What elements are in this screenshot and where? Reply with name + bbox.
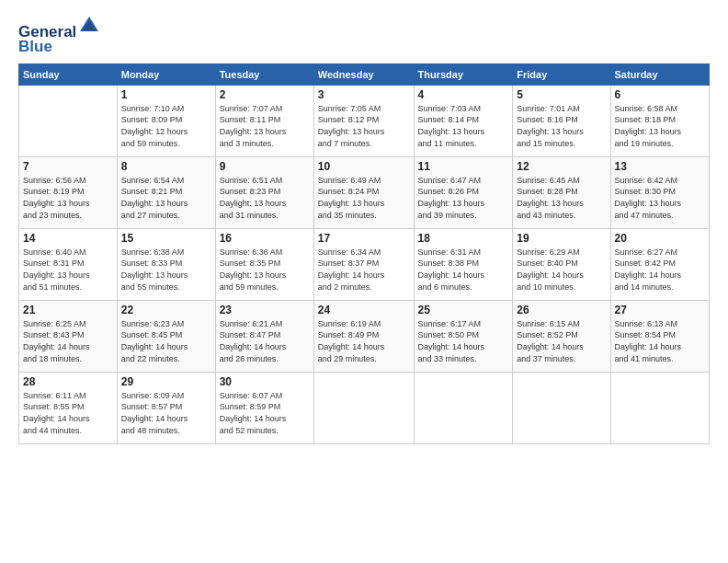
day-info: Sunrise: 6:36 AM Sunset: 8:35 PM Dayligh… (220, 247, 310, 293)
col-thursday: Thursday (414, 63, 513, 85)
day-number: 1 (121, 88, 211, 101)
day-info: Sunrise: 6:34 AM Sunset: 8:37 PM Dayligh… (318, 247, 410, 293)
col-sunday: Sunday (19, 63, 118, 85)
calendar-cell: 8Sunrise: 6:54 AM Sunset: 8:21 PM Daylig… (117, 156, 215, 228)
calendar-cell: 28Sunrise: 6:11 AM Sunset: 8:55 PM Dayli… (19, 372, 118, 443)
day-info: Sunrise: 6:42 AM Sunset: 8:30 PM Dayligh… (615, 175, 705, 221)
calendar-cell: 29Sunrise: 6:09 AM Sunset: 8:57 PM Dayli… (117, 372, 215, 443)
week-row-3: 14Sunrise: 6:40 AM Sunset: 8:31 PM Dayli… (19, 228, 710, 300)
col-friday: Friday (513, 63, 610, 85)
day-number: 6 (615, 88, 705, 101)
day-info: Sunrise: 6:51 AM Sunset: 8:23 PM Dayligh… (220, 175, 310, 221)
day-info: Sunrise: 6:09 AM Sunset: 8:57 PM Dayligh… (121, 390, 211, 436)
calendar-cell: 1Sunrise: 7:10 AM Sunset: 8:09 PM Daylig… (117, 85, 215, 156)
calendar-cell: 15Sunrise: 6:38 AM Sunset: 8:33 PM Dayli… (117, 228, 215, 300)
calendar-cell: 16Sunrise: 6:36 AM Sunset: 8:35 PM Dayli… (215, 228, 313, 300)
day-info: Sunrise: 6:45 AM Sunset: 8:28 PM Dayligh… (517, 175, 606, 221)
day-info: Sunrise: 6:21 AM Sunset: 8:47 PM Dayligh… (220, 318, 310, 364)
calendar-cell (414, 372, 513, 443)
page: General Blue Sunday Monday Tuesday Wedne… (0, 0, 728, 563)
calendar-cell: 23Sunrise: 6:21 AM Sunset: 8:47 PM Dayli… (215, 300, 313, 372)
day-info: Sunrise: 6:56 AM Sunset: 8:19 PM Dayligh… (23, 175, 113, 221)
day-number: 20 (615, 232, 705, 245)
calendar-cell: 7Sunrise: 6:56 AM Sunset: 8:19 PM Daylig… (19, 156, 118, 228)
calendar-cell: 2Sunrise: 7:07 AM Sunset: 8:11 PM Daylig… (215, 85, 313, 156)
day-number: 28 (23, 375, 113, 388)
header: General Blue (18, 15, 710, 56)
day-number: 13 (615, 160, 705, 173)
day-number: 24 (318, 304, 410, 316)
calendar-cell: 10Sunrise: 6:49 AM Sunset: 8:24 PM Dayli… (313, 156, 414, 228)
day-number: 26 (517, 304, 606, 316)
day-number: 11 (418, 160, 509, 173)
day-info: Sunrise: 6:29 AM Sunset: 8:40 PM Dayligh… (517, 247, 606, 293)
day-number: 25 (418, 304, 509, 316)
day-number: 8 (121, 160, 211, 173)
day-info: Sunrise: 6:13 AM Sunset: 8:54 PM Dayligh… (615, 318, 705, 364)
day-info: Sunrise: 6:15 AM Sunset: 8:52 PM Dayligh… (517, 318, 606, 364)
day-number: 16 (220, 232, 310, 245)
day-info: Sunrise: 6:38 AM Sunset: 8:33 PM Dayligh… (121, 247, 211, 293)
day-number: 27 (615, 304, 705, 316)
week-row-5: 28Sunrise: 6:11 AM Sunset: 8:55 PM Dayli… (19, 372, 710, 443)
calendar-cell: 6Sunrise: 6:58 AM Sunset: 8:18 PM Daylig… (610, 85, 709, 156)
day-info: Sunrise: 7:03 AM Sunset: 8:14 PM Dayligh… (418, 103, 509, 149)
logo-icon (78, 15, 100, 37)
day-number: 7 (23, 160, 113, 173)
day-info: Sunrise: 6:47 AM Sunset: 8:26 PM Dayligh… (418, 175, 509, 221)
calendar-cell: 17Sunrise: 6:34 AM Sunset: 8:37 PM Dayli… (313, 228, 414, 300)
day-number: 19 (517, 232, 606, 245)
day-info: Sunrise: 6:25 AM Sunset: 8:43 PM Dayligh… (23, 318, 113, 364)
calendar-cell (513, 372, 610, 443)
day-number: 5 (517, 88, 606, 101)
day-number: 12 (517, 160, 606, 173)
day-info: Sunrise: 6:58 AM Sunset: 8:18 PM Dayligh… (615, 103, 705, 149)
calendar-cell: 13Sunrise: 6:42 AM Sunset: 8:30 PM Dayli… (610, 156, 709, 228)
col-saturday: Saturday (610, 63, 709, 85)
day-number: 2 (220, 88, 310, 101)
day-number: 9 (220, 160, 310, 173)
header-row: Sunday Monday Tuesday Wednesday Thursday… (19, 63, 710, 85)
day-number: 23 (220, 304, 310, 316)
calendar-table: Sunday Monday Tuesday Wednesday Thursday… (18, 63, 710, 444)
calendar-cell (313, 372, 414, 443)
day-number: 15 (121, 232, 211, 245)
calendar-cell: 5Sunrise: 7:01 AM Sunset: 8:16 PM Daylig… (513, 85, 610, 156)
calendar-cell: 24Sunrise: 6:19 AM Sunset: 8:49 PM Dayli… (313, 300, 414, 372)
calendar-cell: 25Sunrise: 6:17 AM Sunset: 8:50 PM Dayli… (414, 300, 513, 372)
calendar-cell: 20Sunrise: 6:27 AM Sunset: 8:42 PM Dayli… (610, 228, 709, 300)
calendar-cell: 30Sunrise: 6:07 AM Sunset: 8:59 PM Dayli… (215, 372, 313, 443)
logo: General Blue (18, 15, 100, 56)
day-number: 21 (23, 304, 113, 316)
calendar-cell: 9Sunrise: 6:51 AM Sunset: 8:23 PM Daylig… (215, 156, 313, 228)
calendar-cell (19, 85, 118, 156)
col-monday: Monday (117, 63, 215, 85)
day-number: 17 (318, 232, 410, 245)
calendar-cell (610, 372, 709, 443)
calendar-cell: 12Sunrise: 6:45 AM Sunset: 8:28 PM Dayli… (513, 156, 610, 228)
day-info: Sunrise: 7:07 AM Sunset: 8:11 PM Dayligh… (220, 103, 310, 149)
day-info: Sunrise: 6:49 AM Sunset: 8:24 PM Dayligh… (318, 175, 410, 221)
day-number: 14 (23, 232, 113, 245)
day-info: Sunrise: 6:07 AM Sunset: 8:59 PM Dayligh… (220, 390, 310, 436)
col-tuesday: Tuesday (215, 63, 313, 85)
day-number: 30 (220, 375, 310, 388)
calendar-cell: 4Sunrise: 7:03 AM Sunset: 8:14 PM Daylig… (414, 85, 513, 156)
week-row-1: 1Sunrise: 7:10 AM Sunset: 8:09 PM Daylig… (19, 85, 710, 156)
day-info: Sunrise: 7:10 AM Sunset: 8:09 PM Dayligh… (121, 103, 211, 149)
day-info: Sunrise: 6:11 AM Sunset: 8:55 PM Dayligh… (23, 390, 113, 436)
day-info: Sunrise: 6:19 AM Sunset: 8:49 PM Dayligh… (318, 318, 410, 364)
calendar-cell: 14Sunrise: 6:40 AM Sunset: 8:31 PM Dayli… (19, 228, 118, 300)
day-number: 29 (121, 375, 211, 388)
calendar-cell: 18Sunrise: 6:31 AM Sunset: 8:38 PM Dayli… (414, 228, 513, 300)
day-info: Sunrise: 6:31 AM Sunset: 8:38 PM Dayligh… (418, 247, 509, 293)
week-row-2: 7Sunrise: 6:56 AM Sunset: 8:19 PM Daylig… (19, 156, 710, 228)
calendar-cell: 27Sunrise: 6:13 AM Sunset: 8:54 PM Dayli… (610, 300, 709, 372)
day-info: Sunrise: 6:27 AM Sunset: 8:42 PM Dayligh… (615, 247, 705, 293)
calendar-cell: 3Sunrise: 7:05 AM Sunset: 8:12 PM Daylig… (313, 85, 414, 156)
week-row-4: 21Sunrise: 6:25 AM Sunset: 8:43 PM Dayli… (19, 300, 710, 372)
day-number: 10 (318, 160, 410, 173)
col-wednesday: Wednesday (313, 63, 414, 85)
calendar-cell: 21Sunrise: 6:25 AM Sunset: 8:43 PM Dayli… (19, 300, 118, 372)
day-number: 18 (418, 232, 509, 245)
